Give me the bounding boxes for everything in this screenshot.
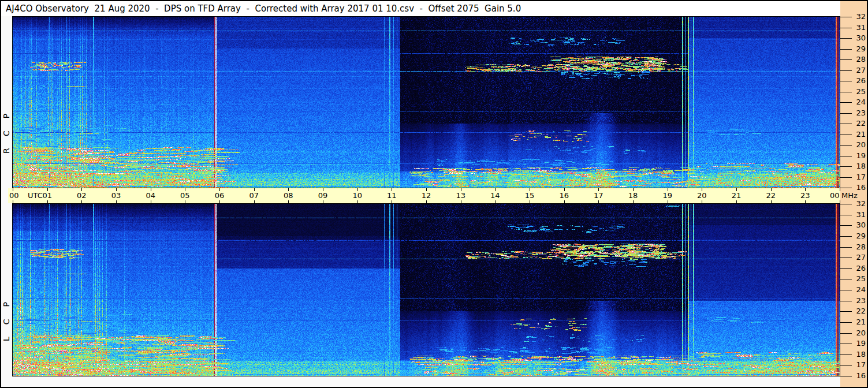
freq-tick-label: 18 [854,162,866,171]
time-tick-label: 09 [318,188,328,203]
time-tick-label: 00 [830,188,840,203]
freq-tick-label: 23 [854,109,866,118]
time-tick-label: 01 [42,188,52,203]
freq-tick-label: 27 [854,253,866,262]
freq-tick-label: 25 [854,87,866,96]
freq-tick-label: 19 [854,151,866,161]
freq-tick-label: 22 [854,307,866,316]
freq-tick-label: 16 [854,183,866,192]
bottom-margin [1,376,840,387]
freq-tick-label: 17 [854,360,866,370]
freq-tick [840,81,852,81]
freq-tick-label: 30 [854,221,866,230]
freq-tick [840,177,852,178]
freq-tick-label: 28 [854,242,866,252]
freq-tick-label: 27 [854,66,866,75]
time-tick-label: 02 [77,188,87,203]
time-tick-label: 08 [284,188,293,203]
observation-title: AJ4CO Observatory 21 Aug 2020 - DPS on T… [6,1,521,16]
freq-tick [840,344,852,344]
freq-tick [840,17,852,17]
freq-tick [840,355,852,355]
time-tick-label: 06 [215,188,225,203]
freq-tick [840,204,852,204]
freq-tick-label: 31 [854,23,866,32]
dps-spectrogram-window: AJ4CO Observatory 21 Aug 2020 - DPS on T… [0,0,868,388]
freq-tick [840,102,852,103]
time-tick-label: 11 [387,188,397,203]
freq-tick [840,59,852,60]
freq-tick [840,247,852,248]
freq-tick-label: 24 [854,285,866,294]
freq-tick [840,268,852,269]
time-tick-label: 18 [628,188,638,203]
freq-tick [840,28,852,28]
freq-tick [840,258,852,258]
freq-tick [840,135,852,135]
freq-tick [840,301,852,301]
time-tick-label: 19 [662,188,672,203]
freq-tick [840,113,852,114]
time-tick-label: 17 [594,188,603,203]
time-tick-label: 22 [766,188,776,203]
freq-tick-label: 24 [854,98,866,107]
freq-tick-label: 19 [854,339,866,348]
freq-tick-label: 32 [854,199,866,208]
freq-tick [840,145,852,146]
time-tick-label: 00 [9,188,19,203]
time-tick-label: 16 [559,188,569,203]
time-tick-label: 04 [146,188,155,203]
freq-tick-label: 20 [854,329,866,338]
time-tick-label: 23 [800,188,810,203]
freq-tick-label: 29 [854,232,866,241]
freq-tick [840,225,852,226]
freq-tick [840,236,852,237]
freq-tick-label: 30 [854,33,866,43]
freq-tick-label: 21 [854,130,866,139]
freq-tick [840,376,852,376]
freq-tick-label: 23 [854,296,866,305]
lcp-panel-label: LCP [2,272,12,341]
time-unit-label: UTC [28,188,43,203]
freq-tick [840,215,852,215]
time-tick-label: 07 [249,188,259,203]
freq-tick [840,92,852,92]
frequency-axis: MHz 323130292827262524232221201918171632… [840,1,867,387]
freq-tick [840,333,852,334]
freq-tick-label: 20 [854,140,866,150]
lcp-spectrogram-panel [12,203,840,376]
freq-tick-label: 29 [854,44,866,54]
freq-tick-label: 18 [854,350,866,359]
freq-tick-label: 31 [854,210,866,219]
freq-tick-label: 32 [854,12,866,21]
time-tick-label: 10 [352,188,362,203]
freq-tick-label: 26 [854,76,866,85]
freq-tick-label: 22 [854,119,866,128]
freq-tick-label: 25 [854,274,866,283]
freq-tick [840,188,852,188]
lcp-spectrogram-canvas [13,204,840,376]
title-bar: AJ4CO Observatory 21 Aug 2020 - DPS on T… [1,1,840,16]
freq-tick [840,322,852,323]
freq-tick [840,156,852,156]
freq-tick-label: 26 [854,264,866,273]
freq-tick-label: 16 [854,371,866,380]
freq-tick [840,279,852,279]
freq-tick-label: 21 [854,318,866,327]
freq-tick [840,124,852,124]
time-tick-label: 13 [456,188,465,203]
freq-tick-label: 28 [854,55,866,64]
freq-tick-label: 17 [854,173,866,182]
time-tick-label: 12 [422,188,431,203]
freq-tick [840,38,852,39]
rcp-spectrogram-panel [12,16,840,188]
time-tick-label: 15 [525,188,535,203]
freq-tick [840,290,852,290]
time-tick-label: 03 [111,188,121,203]
freq-tick [840,166,852,167]
time-tick-label: 21 [732,188,742,203]
time-tick-label: 20 [697,188,707,203]
rcp-panel-label: RCP [2,84,12,154]
rcp-spectrogram-canvas [13,17,840,188]
freq-tick [840,70,852,71]
